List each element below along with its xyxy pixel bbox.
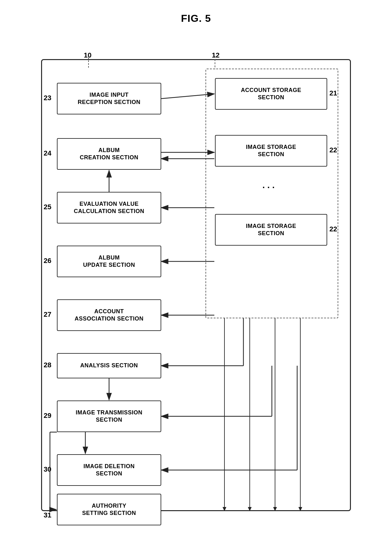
ref-27: 27 [44, 310, 51, 319]
image-storage-2-box: IMAGE STORAGESECTION [215, 214, 327, 246]
ref-24: 24 [44, 149, 51, 157]
album-creation-box: ALBUMCREATION SECTION [57, 138, 161, 170]
account-assoc-box: ACCOUNTASSOCIATION SECTION [57, 299, 161, 331]
ref-21: 21 [329, 89, 337, 97]
album-update-box: ALBUMUPDATE SECTION [57, 246, 161, 277]
eval-value-label: EVALUATION VALUECALCULATION SECTION [74, 200, 144, 215]
ref-29: 29 [44, 412, 51, 420]
analysis-label: ANALYSIS SECTION [80, 362, 138, 369]
ref-28: 28 [44, 361, 51, 369]
image-input-label: IMAGE INPUTRECEPTION SECTION [78, 91, 141, 106]
eval-value-box: EVALUATION VALUECALCULATION SECTION [57, 192, 161, 223]
account-storage-label: ACCOUNT STORAGESECTION [241, 87, 301, 101]
ref-26: 26 [44, 257, 51, 265]
ref-31: 31 [44, 511, 51, 519]
image-storage-1-label: IMAGE STORAGESECTION [246, 144, 296, 158]
authority-setting-box: AUTHORITYSETTING SECTION [57, 494, 161, 525]
authority-setting-label: AUTHORITYSETTING SECTION [82, 502, 136, 517]
outer-ref-label: 10 [84, 51, 91, 59]
image-storage-1-box: IMAGE STORAGESECTION [215, 135, 327, 167]
ref-22a: 22 [329, 146, 337, 154]
page: FIG. 5 10 12 IMAGE INPUTRECEPTION SECTIO… [0, 0, 392, 538]
album-creation-label: ALBUMCREATION SECTION [80, 147, 138, 162]
diagram-container: 10 12 IMAGE INPUTRECEPTION SECTION 23 AL… [22, 34, 370, 527]
account-storage-box: ACCOUNT STORAGESECTION [215, 78, 327, 110]
album-update-label: ALBUMUPDATE SECTION [83, 254, 135, 269]
image-input-box: IMAGE INPUTRECEPTION SECTION [57, 83, 161, 114]
ref-30: 30 [44, 465, 51, 474]
dots-separator: · · · [262, 182, 275, 193]
analysis-box: ANALYSIS SECTION [57, 353, 161, 378]
image-transmission-box: IMAGE TRANSMISSIONSECTION [57, 400, 161, 432]
account-assoc-label: ACCOUNTASSOCIATION SECTION [75, 308, 144, 323]
image-storage-2-label: IMAGE STORAGESECTION [246, 223, 296, 237]
dashed-ref-label: 12 [212, 51, 219, 59]
ref-25: 25 [44, 203, 51, 211]
image-transmission-label: IMAGE TRANSMISSIONSECTION [76, 409, 142, 424]
ref-23: 23 [44, 94, 51, 102]
image-deletion-label: IMAGE DELETIONSECTION [83, 463, 135, 478]
image-deletion-box: IMAGE DELETIONSECTION [57, 454, 161, 486]
figure-title: FIG. 5 [181, 13, 211, 24]
ref-22b: 22 [329, 225, 337, 233]
